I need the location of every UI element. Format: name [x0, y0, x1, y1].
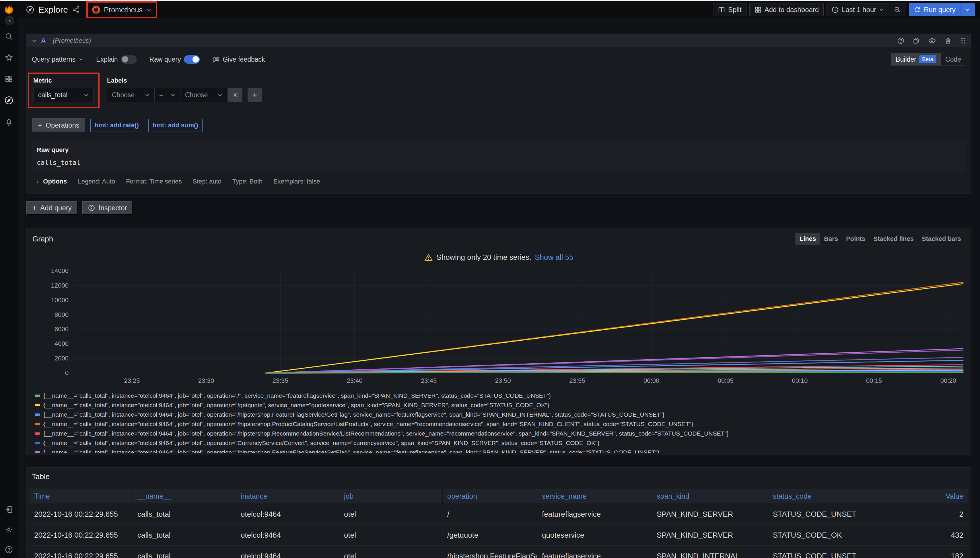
- legend-item[interactable]: {__name__="calls_total", instance="otelc…: [35, 410, 965, 419]
- chevron-down-icon: [145, 92, 150, 97]
- graph-mode-tab-stacked-bars[interactable]: Stacked bars: [918, 233, 965, 245]
- table-column-header-span_kind[interactable]: span_kind: [652, 489, 768, 504]
- x-axis-tick-label: 00:20: [941, 377, 956, 384]
- hint-add-sum-button[interactable]: hint: add sum(): [148, 119, 202, 132]
- option-summary-item: Step: auto: [193, 178, 222, 185]
- query-options-row[interactable]: › Options Legend: AutoFormat: Time serie…: [32, 173, 966, 186]
- legend-item[interactable]: {__name__="calls_total", instance="otelc…: [35, 419, 965, 429]
- explore-icon-active[interactable]: [4, 96, 13, 105]
- show-all-series-link[interactable]: Show all 55: [535, 253, 573, 262]
- query-patterns-dropdown[interactable]: Query patterns: [32, 56, 84, 63]
- sign-in-icon[interactable]: [5, 505, 13, 514]
- search-icon[interactable]: [5, 32, 13, 41]
- legend-item[interactable]: {__name__="calls_total", instance="otelc…: [35, 448, 965, 453]
- add-to-dashboard-button[interactable]: Add to dashboard: [749, 3, 824, 16]
- table-cell: featureflagservice: [537, 546, 652, 558]
- label-operator-select[interactable]: =: [155, 88, 180, 102]
- run-query-dropdown[interactable]: [960, 3, 975, 16]
- graph-mode-tab-stacked-lines[interactable]: Stacked lines: [869, 233, 918, 245]
- x-axis-tick-label: 00:00: [643, 377, 659, 384]
- table-column-header-service_name[interactable]: service_name: [537, 489, 652, 504]
- table-column-header-status_code[interactable]: status_code: [768, 489, 886, 504]
- share-icon[interactable]: [72, 6, 80, 14]
- legend-color-swatch: [35, 395, 40, 397]
- remove-query-trash-icon[interactable]: [944, 37, 952, 44]
- labels-label: Labels: [107, 77, 262, 84]
- table-cell: otel: [339, 546, 443, 558]
- table-cell: STATUS_CODE_UNSET: [768, 504, 886, 524]
- table-cell: /hipstershop.FeatureFlagService/GetFlag: [443, 546, 537, 558]
- label-value-select[interactable]: Choose: [180, 88, 227, 102]
- chevron-down-icon: [170, 92, 176, 97]
- inspector-button[interactable]: Inspector: [82, 201, 133, 215]
- hide-query-eye-icon[interactable]: [928, 37, 936, 45]
- hint-add-rate-button[interactable]: hint: add rate(): [90, 119, 143, 132]
- add-label-filter-button[interactable]: +: [248, 88, 262, 102]
- raw-query-toggle[interactable]: [184, 55, 200, 64]
- table-column-header-job[interactable]: job: [339, 489, 443, 504]
- table-column-header-value[interactable]: Value: [886, 489, 968, 504]
- datasource-name: Prometheus: [104, 6, 143, 14]
- query-help-icon[interactable]: [897, 37, 904, 44]
- add-operation-button[interactable]: + Operations: [32, 118, 85, 132]
- query-row-header[interactable]: A (Prometheus): [27, 34, 971, 47]
- prometheus-logo-icon: [92, 5, 100, 14]
- graph-mode-tab-lines[interactable]: Lines: [796, 233, 820, 245]
- zoom-out-time-button[interactable]: [889, 3, 906, 16]
- split-button[interactable]: Split: [713, 3, 747, 16]
- legend-series-label: {__name__="calls_total", instance="otelc…: [43, 440, 599, 446]
- query-editor-panel: A (Prometheus): [26, 34, 972, 194]
- sidebar-expand-button[interactable]: ›: [5, 16, 14, 25]
- datasource-picker[interactable]: Prometheus: [92, 5, 152, 14]
- code-tab[interactable]: Code: [941, 53, 966, 66]
- legend-item[interactable]: {__name__="calls_total", instance="otelc…: [35, 429, 965, 438]
- y-axis-tick-label: 14000: [51, 268, 69, 274]
- legend-item[interactable]: {__name__="calls_total", instance="otelc…: [35, 400, 965, 410]
- legend-item[interactable]: {__name__="calls_total", instance="otelc…: [35, 391, 965, 400]
- graph-legend: {__name__="calls_total", instance="otelc…: [33, 391, 965, 453]
- graph-mode-tab-points[interactable]: Points: [842, 233, 869, 245]
- dashboards-icon[interactable]: [5, 75, 13, 83]
- builder-tab[interactable]: Builder Beta: [891, 53, 941, 66]
- table-cell: /getquote: [443, 525, 537, 545]
- metric-select[interactable]: calls_total: [33, 88, 94, 102]
- duplicate-query-icon[interactable]: [913, 37, 920, 44]
- explain-toggle-row: Explain: [96, 55, 136, 64]
- remove-label-filter-button[interactable]: ×: [228, 88, 242, 102]
- time-range-picker[interactable]: Last 1 hour: [827, 3, 889, 16]
- grafana-logo[interactable]: [0, 5, 18, 15]
- main-content: A (Prometheus): [18, 18, 980, 558]
- table-column-header-_name_[interactable]: __name__: [133, 489, 236, 504]
- table-row: 2022-10-16 00:22:29.655calls_totalotelco…: [30, 546, 968, 558]
- table-cell: otelcol:9464: [236, 525, 339, 545]
- legend-item[interactable]: {__name__="calls_total", instance="otelc…: [35, 438, 965, 448]
- alerting-bell-icon[interactable]: [5, 118, 13, 126]
- table-cell: 432: [886, 525, 968, 545]
- settings-gear-icon[interactable]: [5, 525, 13, 534]
- run-query-button[interactable]: Run query: [909, 3, 975, 16]
- legend-color-swatch: [35, 432, 40, 435]
- table-column-header-instance[interactable]: instance: [236, 489, 339, 504]
- x-axis-tick-label: 23:30: [198, 377, 214, 384]
- graph-mode-tab-bars[interactable]: Bars: [820, 233, 842, 245]
- chevron-down-icon: [879, 7, 884, 12]
- series-line-series-green-2: [266, 373, 963, 373]
- explain-toggle[interactable]: [121, 55, 137, 64]
- label-key-select[interactable]: Choose: [107, 88, 155, 102]
- table-cell: SPAN_KIND_SERVER: [652, 525, 768, 545]
- give-feedback-link[interactable]: Give feedback: [212, 56, 265, 63]
- plus-icon: +: [32, 203, 37, 212]
- datasource-picker-highlight-box: Prometheus: [86, 1, 157, 18]
- add-query-button[interactable]: + Add query: [26, 201, 77, 215]
- x-axis-tick-label: 23:55: [569, 377, 585, 384]
- starred-icon[interactable]: [5, 53, 13, 62]
- drag-handle-icon[interactable]: [960, 37, 967, 44]
- time-series-chart[interactable]: 0200040006000800010000120001400023:2523:…: [33, 268, 965, 386]
- y-axis-tick-label: 10000: [51, 297, 69, 304]
- graph-style-tabs: LinesBarsPointsStacked linesStacked bars: [795, 233, 965, 245]
- table-column-header-operation[interactable]: operation: [443, 489, 537, 504]
- help-icon[interactable]: [5, 545, 13, 554]
- table-panel: Table Time__name__instancejoboperationse…: [26, 468, 972, 558]
- plus-icon: +: [38, 121, 42, 130]
- table-column-header-time[interactable]: Time: [30, 489, 133, 504]
